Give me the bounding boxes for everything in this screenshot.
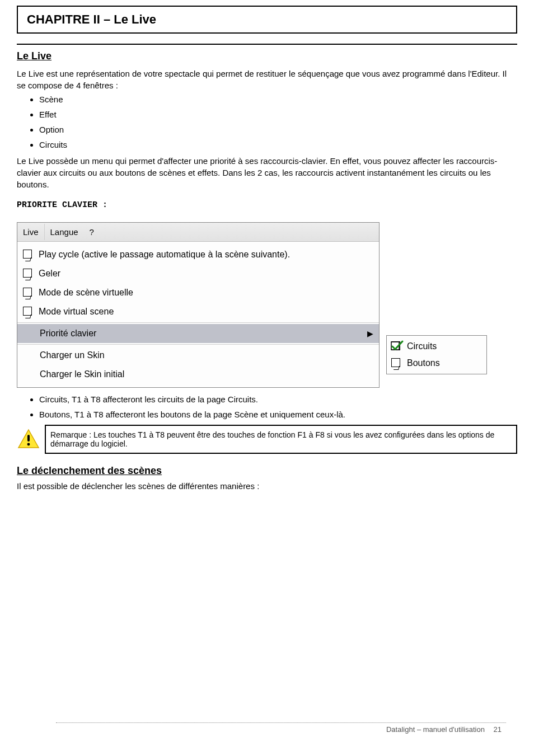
menu-item-charger-skin[interactable]: Charger un Skin xyxy=(17,346,379,365)
submenu-item-label: Boutons xyxy=(407,358,440,368)
menu-item-geler[interactable]: Geler xyxy=(17,264,379,283)
priority-label: PRIORITE CLAVIER : xyxy=(17,198,517,211)
priority-explain-paragraph: Le Live possède un menu qui permet d'aff… xyxy=(17,155,517,190)
submenu-item-label: Circuits xyxy=(407,341,437,351)
submenu-arrow-icon: ▶ xyxy=(367,329,373,338)
horizontal-rule xyxy=(17,44,517,45)
warning-row: Remarque : Les touches T1 à T8 peuvent ê… xyxy=(17,425,517,454)
checkbox-icon xyxy=(23,288,33,298)
section2-heading: Le déclenchement des scènes xyxy=(17,465,534,477)
svg-point-3 xyxy=(27,443,30,446)
menu-live[interactable]: Live xyxy=(17,224,45,240)
list-item: Circuits, T1 à T8 affecteront les circui… xyxy=(39,395,517,404)
menu-main-panel: Live Langue ? Play cycle (active le pass… xyxy=(17,222,380,388)
menu-help[interactable]: ? xyxy=(84,224,100,240)
menu-item-label: Mode virtual scene xyxy=(39,307,114,317)
menu-bar: Live Langue ? xyxy=(17,223,379,242)
list-item: Circuits xyxy=(39,140,517,149)
checkbox-icon xyxy=(391,358,401,368)
list-item: Boutons, T1 à T8 affecteront les boutons… xyxy=(39,410,517,419)
menu-item-label: Charger un Skin xyxy=(40,350,105,360)
footer-dotted-rule xyxy=(56,722,506,723)
menu-item-label: Geler xyxy=(39,269,60,279)
footer: Datalight – manuel d'utilisation 21 xyxy=(0,722,534,734)
windows-list: Scène Effet Option Circuits xyxy=(39,95,517,149)
menu-item-label: Play cycle (active le passage automatiqu… xyxy=(39,250,290,260)
list-item: Scène xyxy=(39,95,517,104)
menu-screenshot: Live Langue ? Play cycle (active le pass… xyxy=(17,222,517,388)
checkbox-icon xyxy=(23,307,33,317)
warning-text: Remarque : Les touches T1 à T8 peuvent ê… xyxy=(50,430,512,448)
chapter-title: CHAPITRE II – Le Live xyxy=(27,12,156,27)
svg-rect-2 xyxy=(27,435,30,442)
checkbox-icon xyxy=(23,269,33,279)
chapter-title-box: CHAPITRE II – Le Live xyxy=(17,6,517,34)
menu-item-priorite[interactable]: Priorité clavier ▶ xyxy=(17,324,379,343)
checkbox-icon xyxy=(23,250,33,260)
menu-item-label: Priorité clavier xyxy=(40,328,96,339)
submenu-panel: Circuits Boutons xyxy=(386,335,487,374)
footer-page: 21 xyxy=(487,725,502,734)
menu-item-virtualmode1[interactable]: Mode de scène virtuelle xyxy=(17,283,379,302)
section2-paragraph: Il est possible de déclencher les scènes… xyxy=(17,480,517,492)
warning-text-box: Remarque : Les touches T1 à T8 peuvent ê… xyxy=(45,425,517,454)
footer-product: Datalight – manuel d'utilisation xyxy=(386,725,485,734)
menu-langue[interactable]: Langue xyxy=(45,224,84,240)
warning-icon xyxy=(17,425,40,454)
submenu-item-circuits[interactable]: Circuits xyxy=(387,338,486,355)
menu-item-charger-skin-init[interactable]: Charger le Skin initial xyxy=(17,365,379,384)
section1-heading: Le Live xyxy=(17,50,534,62)
list-item: Option xyxy=(39,125,517,134)
menu-item-virtualmode2[interactable]: Mode virtual scene xyxy=(17,302,379,321)
menu-list: Play cycle (active le passage automatiqu… xyxy=(17,242,379,387)
priority-list: Circuits, T1 à T8 affecteront les circui… xyxy=(39,395,517,419)
menu-separator xyxy=(17,344,379,345)
menu-separator xyxy=(17,322,379,323)
menu-item-playcycle[interactable]: Play cycle (active le passage automatiqu… xyxy=(17,245,379,264)
submenu-item-boutons[interactable]: Boutons xyxy=(387,355,486,372)
priority-keyword: PRIORITE CLAVIER : xyxy=(17,200,107,210)
checkbox-checked-icon xyxy=(391,341,401,351)
list-item: Effet xyxy=(39,110,517,119)
menu-item-label: Charger le Skin initial xyxy=(40,369,124,379)
footer-text: Datalight – manuel d'utilisation 21 xyxy=(0,725,517,734)
menu-item-label: Mode de scène virtuelle xyxy=(39,288,133,298)
intro-paragraph: Le Live est une représentation de votre … xyxy=(17,68,517,91)
